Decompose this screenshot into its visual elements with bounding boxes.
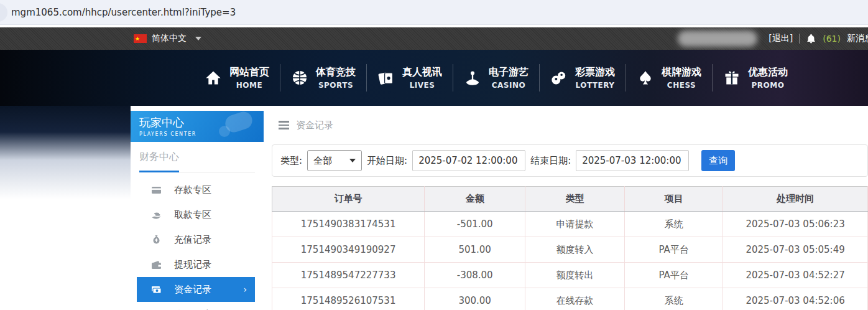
cell-type: 申请提款 [525, 212, 625, 237]
chevron-right-icon: › [243, 284, 247, 294]
table-header-row: 订单号 金额 类型 项目 处理时间 [272, 187, 868, 212]
underline-accent [139, 171, 179, 172]
cell-order-no: 1751489547227733 [272, 263, 425, 288]
cell-type: 额度转入 [525, 237, 625, 263]
col-header-amount: 金额 [425, 187, 525, 212]
gamepad-decoration [219, 126, 230, 137]
basketball-icon [291, 69, 308, 87]
nav-label-en: PROMO [752, 81, 785, 90]
sidebar-header: 玩家中心 PLAYERS CENTER [131, 111, 264, 142]
type-select-value: 全部 [313, 155, 332, 167]
money-bag-icon [151, 235, 162, 245]
col-header-type: 类型 [525, 187, 625, 212]
china-flag-icon: ★ [134, 34, 147, 43]
bell-icon[interactable] [806, 33, 816, 44]
sidebar-item-label: 存款专区 [174, 184, 211, 196]
bank-card-icon [151, 185, 162, 195]
hero-gradient-fade [0, 106, 131, 199]
nav-label-en: CASINO [492, 81, 525, 90]
main-navigation: 网站首页 HOME 体育竞技 SPORTS 真人视讯 [0, 50, 868, 106]
cell-project: 系统 [625, 288, 723, 310]
nav-label-zh: 真人视讯 [402, 66, 442, 79]
cell-type: 额度转出 [525, 263, 625, 288]
nav-label-en: SPORTS [318, 81, 353, 90]
gift-icon [723, 69, 741, 87]
browser-button-fragment [0, 3, 7, 22]
logout-link[interactable]: [退出] [769, 33, 793, 44]
cell-time: 2025-07-03 05:06:23 [723, 212, 868, 237]
sidebar-item-lottery-bet-details[interactable]: 彩票下注明细 [131, 302, 264, 310]
end-date-input[interactable] [576, 150, 689, 171]
cell-project: PA平台 [625, 237, 723, 263]
nav-label-en: HOME [236, 81, 262, 90]
sidebar-item-label: 资金记录 [174, 284, 211, 296]
nav-item-lottery[interactable]: 彩票游戏 LOTTERY [540, 66, 626, 90]
sidebar-item-withdraw-zone[interactable]: 取款专区 [131, 202, 264, 227]
new-message-count[interactable]: (61) [823, 34, 841, 44]
finance-section-label: 财务中心 [139, 151, 255, 164]
query-button[interactable]: 查询 [701, 150, 735, 171]
topbar-right-group: [退出] (61) 新消息 [678, 27, 868, 50]
nav-label-en: LIVES [410, 81, 435, 90]
sidebar-item-funds-record[interactable]: 资金记录 › [137, 277, 255, 302]
nav-label-zh: 网站首页 [229, 66, 269, 79]
cell-order-no: 1751489526107531 [272, 288, 425, 310]
sidebar-item-deposit-zone[interactable]: 存款专区 [131, 177, 264, 202]
nav-label-zh: 电子游艺 [489, 66, 529, 79]
cell-time: 2025-07-03 04:52:27 [723, 263, 868, 288]
nav-items: 网站首页 HOME 体育竞技 SPORTS 真人视讯 [194, 50, 798, 106]
cell-amount: 300.00 [425, 288, 525, 310]
hamburger-icon[interactable] [279, 121, 289, 129]
lottery-balls-icon [550, 69, 568, 87]
nav-item-chess[interactable]: 棋牌游戏 CHESS [626, 66, 712, 90]
underline-rule [179, 172, 255, 172]
wallet-icon [151, 260, 162, 270]
cell-time: 2025-07-03 05:05:49 [723, 237, 868, 263]
url-text[interactable]: mgm1065.com/hhcp/usercenter.html?iniType… [11, 7, 236, 18]
nav-item-lives[interactable]: 真人视讯 LIVES [367, 66, 453, 90]
start-date-label: 开始日期: [367, 155, 407, 167]
end-date-label: 结束日期: [530, 155, 571, 167]
sidebar-subtitle: PLAYERS CENTER [139, 131, 264, 137]
language-selector[interactable]: ★ 简体中文 [134, 33, 201, 44]
col-header-time: 处理时间 [723, 187, 868, 212]
nav-item-home[interactable]: 网站首页 HOME [194, 66, 280, 90]
sidebar-item-recharge-record[interactable]: 充值记录 [131, 227, 264, 252]
banknote-icon [151, 284, 162, 295]
breadcrumb: 资金记录 [272, 111, 868, 139]
sidebar-item-label: 充值记录 [174, 234, 211, 246]
type-select[interactable]: 全部 [307, 150, 362, 171]
table-row: 1751490383174531 -501.00 申请提款 系统 2025-07… [272, 212, 868, 237]
nav-label-en: LOTTERY [575, 81, 614, 90]
spade-icon [637, 69, 654, 87]
cell-order-no: 1751490349190927 [272, 237, 425, 263]
sidebar-item-label: 提现记录 [174, 259, 211, 271]
funds-record-table: 订单号 金额 类型 项目 处理时间 1751490383174531 -501.… [272, 186, 868, 310]
page-title: 资金记录 [296, 120, 333, 131]
type-label: 类型: [280, 155, 302, 167]
cell-project: PA平台 [625, 263, 723, 288]
nav-label-en: CHESS [667, 81, 696, 90]
cell-amount: -501.00 [425, 212, 525, 237]
players-center-sidebar: 玩家中心 PLAYERS CENTER 财务中心 存款专区 取款专区 [131, 111, 264, 310]
nav-item-casino[interactable]: 电子游艺 CASINO [453, 66, 539, 90]
cell-order-no: 1751490383174531 [272, 212, 425, 237]
browser-address-bar[interactable]: mgm1065.com/hhcp/usercenter.html?iniType… [0, 0, 868, 25]
finance-section: 财务中心 [131, 142, 264, 172]
cards-icon [377, 69, 395, 87]
col-header-order-no: 订单号 [272, 187, 425, 212]
cell-time: 2025-07-03 04:52:06 [723, 288, 868, 310]
chevron-down-icon [195, 37, 201, 40]
new-message-label[interactable]: 新消息 [847, 33, 868, 44]
home-icon [205, 69, 222, 87]
sidebar-item-withdrawal-record[interactable]: 提现记录 [131, 252, 264, 277]
nav-item-promo[interactable]: 优惠活动 PROMO [713, 66, 798, 90]
language-label: 简体中文 [152, 33, 187, 44]
start-date-input[interactable] [412, 150, 525, 171]
hand-money-icon [151, 210, 162, 220]
nav-label-zh: 棋牌游戏 [662, 66, 701, 79]
nav-item-sports[interactable]: 体育竞技 SPORTS [280, 66, 366, 90]
chevron-down-icon [349, 159, 356, 162]
sidebar-menu: 存款专区 取款专区 充值记录 提现记录 [131, 177, 264, 310]
table-row: 1751489526107531 300.00 在线存款 系统 2025-07-… [272, 288, 868, 310]
